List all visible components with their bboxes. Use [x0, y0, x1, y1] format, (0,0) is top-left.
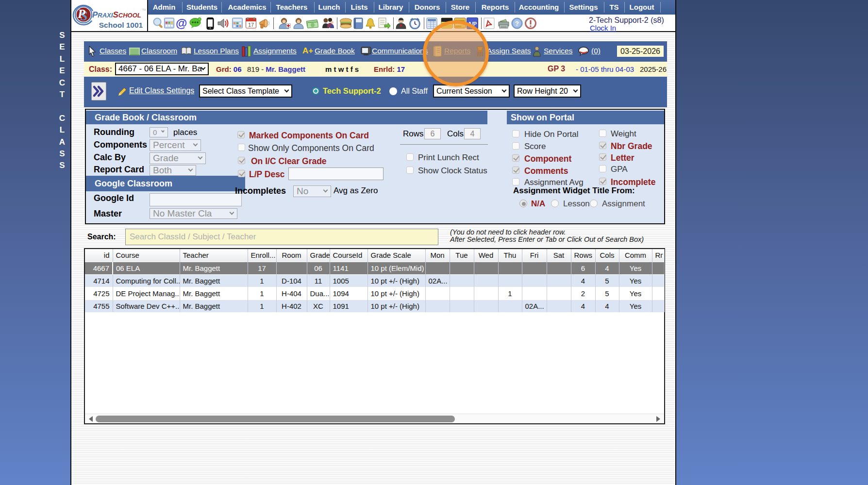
svg-text:School 1001: School 1001 — [99, 21, 143, 29]
svg-text:TM: TM — [142, 8, 146, 11]
svg-text:P: P — [77, 7, 86, 21]
svg-text:?: ? — [515, 20, 519, 27]
svg-text:17: 17 — [248, 22, 254, 28]
svg-text:PRAXISCHOOL: PRAXISCHOOL — [92, 10, 141, 19]
